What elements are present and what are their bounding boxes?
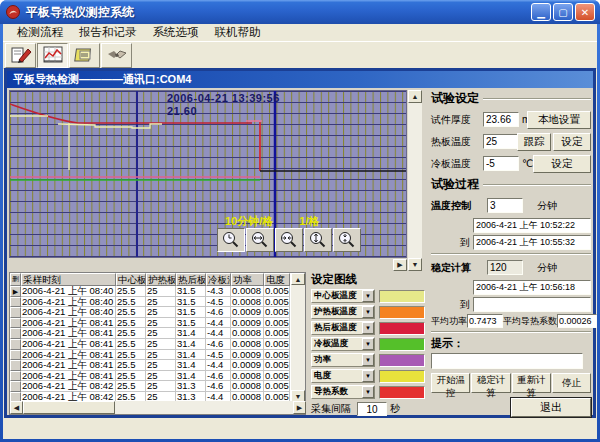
line-select-2[interactable]: 热后板温度▼ [311,321,375,335]
set-hot-button[interactable]: 设定 [553,133,591,151]
table-row[interactable]: 2006-4-21 上午 08:4125.52531.5-4.40.00090.… [10,318,305,329]
table-header-1[interactable]: 中心板 [116,273,146,286]
line-color-swatch[interactable] [379,306,425,319]
row-selector[interactable] [10,318,21,329]
line-color-swatch[interactable] [379,290,425,303]
row-selector[interactable] [10,339,21,350]
row-selector[interactable] [10,297,21,308]
scroll-up-arrow[interactable]: ▲ [408,90,422,103]
cold-plate-input[interactable] [483,156,519,171]
line-select-1[interactable]: 护热板温度▼ [311,305,375,319]
line-color-swatch[interactable] [379,322,425,335]
toolbar-flow-button[interactable] [5,43,36,68]
stable-start-field[interactable]: 2006-4-21 上午 10:56:18 [473,280,591,295]
control-panel: 试验设定 试件厚度 mm 本地设置 热板温度 ℃ 跟踪 设定 [431,89,591,414]
row-selector[interactable] [10,381,21,392]
chevron-down-icon[interactable]: ▼ [362,354,374,366]
menu-item-0[interactable]: 检测流程 [9,23,71,42]
local-setup-button[interactable]: 本地设置 [527,111,591,129]
table-row[interactable]: 2006-4-21 上午 08:4025.52531.5-4.50.00080.… [10,297,305,308]
stop-button[interactable]: 停止 [552,373,591,393]
set-cold-button[interactable]: 设定 [533,155,591,173]
zoom-v-expand-button[interactable] [304,228,332,252]
toolbar-chart-button[interactable] [37,43,68,68]
table-row[interactable]: 2006-4-21 上午 08:4225.52531.3-4.60.00080.… [10,381,305,392]
table-cell: 2006-4-21 上午 08:40 [21,307,116,318]
temp-control-input[interactable] [487,198,523,213]
table-row[interactable]: 2006-4-21 上午 08:4125.52531.4-4.40.00090.… [10,360,305,371]
table-scroll-up-arrow[interactable]: ▲ [291,273,305,285]
table-header-3[interactable]: 热后板 [176,273,206,286]
zoom-time-button[interactable] [217,228,245,252]
row-selector[interactable] [10,360,21,371]
table-row[interactable]: 2006-4-21 上午 08:4125.52531.4-4.60.00080.… [10,339,305,350]
zoom-v-compress-button[interactable] [333,228,361,252]
table-scroll-left-arrow[interactable]: ◀ [10,401,23,414]
stable-calc-button[interactable]: 稳定计算 [471,373,510,393]
line-select-4[interactable]: 功率▼ [311,353,375,367]
table-row[interactable]: 2006-4-21 上午 08:4125.52531.4-4.60.00080.… [10,371,305,382]
row-selector[interactable] [10,328,21,339]
recalc-button[interactable]: 重新计算 [512,373,551,393]
row-selector[interactable] [10,371,21,382]
table-header-6[interactable]: 电度 [264,273,290,286]
line-color-swatch[interactable] [379,370,425,383]
table-scroll-thumb[interactable] [23,401,115,414]
chevron-down-icon[interactable]: ▼ [362,306,374,318]
scroll-right-arrow[interactable]: ▶ [393,259,407,271]
row-selector[interactable] [10,350,21,361]
chart-scale-labels: 10分钟/格 1/格 [225,214,405,229]
toolbar-report-button[interactable] [69,43,100,68]
table-scroll-right-arrow[interactable]: ▶ [293,401,306,414]
maximize-button[interactable]: ▢ [553,3,573,21]
line-select-3[interactable]: 冷板温度▼ [311,337,375,351]
chevron-down-icon[interactable]: ▼ [362,386,374,398]
chart-vertical-scrollbar[interactable]: ▲ ▼ [408,90,422,271]
table-row[interactable]: 2006-4-21 上午 08:4125.52531.4-4.50.00090.… [10,350,305,361]
menu-item-1[interactable]: 报告和记录 [71,23,145,42]
line-color-swatch[interactable] [379,386,425,399]
zoom-h-compress-button[interactable] [275,228,303,252]
app-window: 平板导热仪测控系统 ▁ ▢ ✕ 检测流程报告和记录系统选项联机帮助 [0,0,600,442]
row-selector[interactable] [10,307,21,318]
scroll-down-arrow[interactable]: ▼ [408,258,422,271]
minimize-button[interactable]: ▁ [531,3,551,21]
table-row[interactable]: 2006-4-21 上午 08:4025.52531.5-4.60.00090.… [10,307,305,318]
toolbar-help-button[interactable] [101,43,132,68]
temp-control-start-field[interactable]: 2006-4-21 上午 10:52:22 [473,218,591,233]
thickness-input[interactable] [483,112,519,127]
stable-end-field[interactable] [473,297,591,312]
start-temp-control-button[interactable]: 开始温控 [431,373,470,393]
row-selector-current[interactable]: ▶ [10,286,21,297]
line-color-swatch[interactable] [379,338,425,351]
stable-calc-input[interactable] [487,260,523,275]
table-header-0[interactable]: 采样时刻 [21,273,116,286]
table-vertical-scrollbar[interactable]: ▲ ▼ [291,273,305,402]
table-horizontal-scrollbar[interactable]: ◀ ▶ [10,401,306,414]
table-cell: 0.005 [264,360,290,371]
table-header-2[interactable]: 护热板 [146,273,176,286]
chevron-down-icon[interactable]: ▼ [362,370,374,382]
line-settings-panel: 设定图线 中心板温度▼护热板温度▼热后板温度▼冷板温度▼功率▼电度▼导热系数▼ … [311,272,429,415]
chevron-down-icon[interactable]: ▼ [362,322,374,334]
menu-item-3[interactable]: 联机帮助 [207,23,269,42]
temp-control-end-field[interactable]: 2006-4-21 上午 10:55:32 [473,235,591,250]
chevron-down-icon[interactable]: ▼ [362,290,374,302]
hot-plate-input[interactable] [483,134,519,149]
line-color-swatch[interactable] [379,354,425,367]
table-row[interactable]: ▶2006-4-21 上午 08:4025.52531.5-4.30.00080… [10,286,305,297]
interval-input[interactable] [357,402,387,416]
chart-horizontal-scrollbar[interactable]: ▶ [393,259,407,271]
menu-item-2[interactable]: 系统选项 [145,23,207,42]
track-button[interactable]: 跟踪 [517,133,551,151]
exit-button[interactable]: 退出 [511,398,591,417]
table-header-4[interactable]: 冷板温 [206,273,231,286]
close-button[interactable]: ✕ [575,3,595,21]
table-header-5[interactable]: 功率 [231,273,264,286]
line-select-5[interactable]: 电度▼ [311,369,375,383]
line-select-6[interactable]: 导热系数▼ [311,385,375,399]
chevron-down-icon[interactable]: ▼ [362,338,374,350]
line-select-0[interactable]: 中心板温度▼ [311,289,375,303]
zoom-h-expand-button[interactable] [246,228,274,252]
table-row[interactable]: 2006-4-21 上午 08:4125.52531.4-4.40.00080.… [10,328,305,339]
